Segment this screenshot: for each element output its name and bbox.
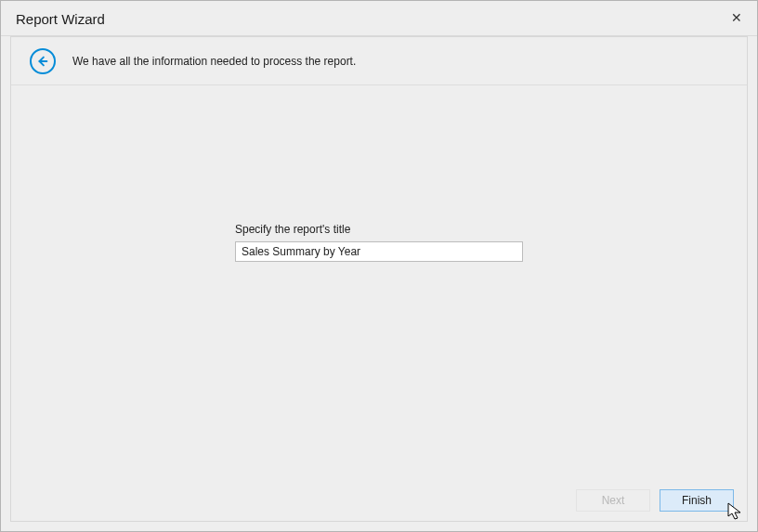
content-panel: We have all the information needed to pr… <box>10 36 748 522</box>
next-button-label: Next <box>602 494 625 507</box>
report-title-input[interactable] <box>235 241 523 262</box>
title-form: Specify the report's title <box>235 223 523 262</box>
wizard-window: Report Wizard ✕ We have all the informat… <box>0 0 758 532</box>
close-button[interactable]: ✕ <box>725 6 748 29</box>
back-arrow-icon <box>36 55 49 68</box>
close-icon: ✕ <box>731 10 742 25</box>
wizard-message: We have all the information needed to pr… <box>72 55 356 68</box>
back-button[interactable] <box>30 48 56 74</box>
wizard-header: We have all the information needed to pr… <box>11 37 747 85</box>
button-bar: Next Finish <box>576 489 734 512</box>
titlebar: Report Wizard ✕ <box>1 1 757 36</box>
title-label: Specify the report's title <box>235 223 523 236</box>
next-button: Next <box>576 489 650 512</box>
finish-button-label: Finish <box>682 494 712 507</box>
finish-button[interactable]: Finish <box>660 489 734 512</box>
window-title: Report Wizard <box>1 9 105 27</box>
